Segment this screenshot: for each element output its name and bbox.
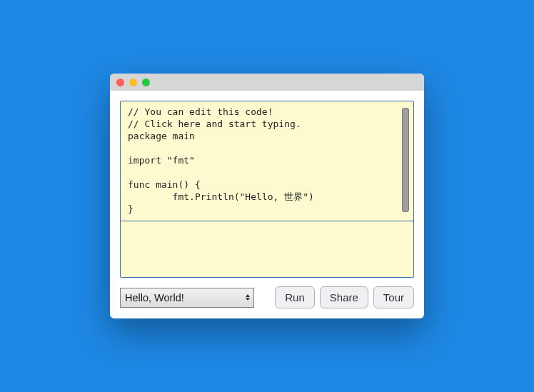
minimize-icon[interactable] (129, 79, 137, 86)
playground-panel: // You can edit this code! // Click here… (120, 101, 414, 278)
app-window: // You can edit this code! // Click here… (110, 74, 424, 318)
zoom-icon[interactable] (142, 79, 150, 86)
share-button[interactable]: Share (320, 286, 368, 308)
code-text[interactable]: // You can edit this code! // Click here… (121, 101, 413, 219)
window-titlebar (110, 74, 424, 91)
close-icon[interactable] (116, 79, 124, 86)
output-pane (121, 221, 413, 277)
controls-row: Hello, World! Run Share Tour (120, 286, 414, 308)
editor-scrollbar[interactable] (402, 108, 409, 212)
example-select[interactable]: Hello, World! (120, 288, 254, 308)
code-editor[interactable]: // You can edit this code! // Click here… (121, 101, 413, 221)
run-button[interactable]: Run (275, 286, 315, 308)
tour-button[interactable]: Tour (373, 286, 414, 308)
window-content: // You can edit this code! // Click here… (110, 91, 424, 318)
